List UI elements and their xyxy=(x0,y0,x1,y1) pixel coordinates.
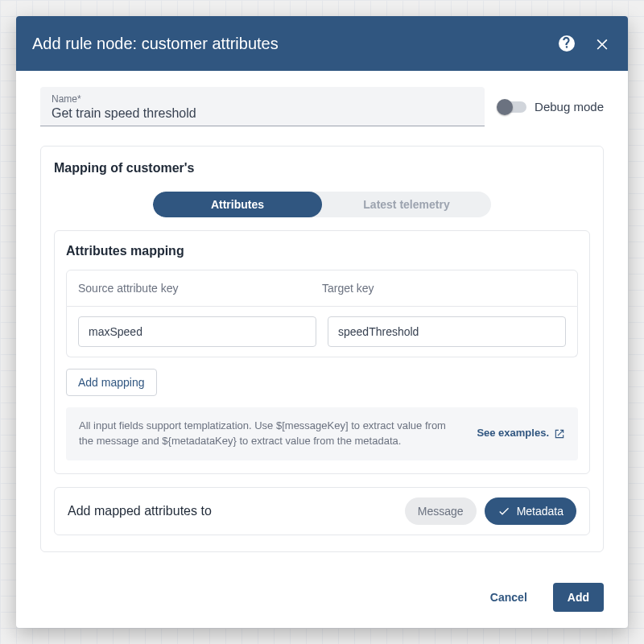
destination-panel: Add mapped attributes to Message Metadat… xyxy=(54,487,590,535)
add-rule-node-dialog: Add rule node: customer attributes Name*… xyxy=(16,16,628,628)
see-examples-label: See examples. xyxy=(477,426,549,441)
mapping-row xyxy=(66,307,578,357)
debug-label: Debug mode xyxy=(535,100,604,114)
dialog-title: Add rule node: customer attributes xyxy=(32,35,279,53)
hint-text: All input fields support templatization.… xyxy=(79,419,460,449)
pill-metadata[interactable]: Metadata xyxy=(485,497,576,525)
dialog-footer: Cancel Add xyxy=(16,568,628,628)
mapping-type-segmented: Attributes Latest telemetry xyxy=(153,192,491,217)
destination-pill-group: Message Metadata xyxy=(405,497,576,525)
segment-attributes[interactable]: Attributes xyxy=(153,192,322,217)
destination-label: Add mapped attributes to xyxy=(68,504,212,518)
templatization-hint: All input fields support templatization.… xyxy=(66,407,578,460)
attributes-mapping-panel: Attributes mapping Source attribute key … xyxy=(54,230,590,474)
mapping-section-title: Mapping of customer's xyxy=(54,161,590,175)
pill-message[interactable]: Message xyxy=(405,497,477,525)
attributes-mapping-title: Attributes mapping xyxy=(66,244,578,258)
source-attribute-input[interactable] xyxy=(78,316,316,347)
cancel-button[interactable]: Cancel xyxy=(479,583,539,612)
check-icon xyxy=(497,505,510,518)
name-label: Name* xyxy=(52,93,473,105)
dialog-body: Name* Get train speed threshold Debug mo… xyxy=(16,71,628,568)
dialog-header: Add rule node: customer attributes xyxy=(16,16,628,71)
col-target: Target key xyxy=(322,282,566,295)
col-source: Source attribute key xyxy=(78,282,322,295)
target-key-input[interactable] xyxy=(328,316,566,347)
mapping-columns-header: Source attribute key Target key xyxy=(66,270,578,307)
debug-toggle[interactable] xyxy=(499,101,526,113)
name-value: Get train speed threshold xyxy=(52,105,473,121)
see-examples-link[interactable]: See examples. xyxy=(477,426,565,441)
pill-metadata-label: Metadata xyxy=(517,505,564,518)
mapping-panel: Mapping of customer's Attributes Latest … xyxy=(40,146,604,552)
external-link-icon xyxy=(554,428,565,440)
segment-latest-telemetry[interactable]: Latest telemetry xyxy=(322,192,491,217)
add-mapping-button[interactable]: Add mapping xyxy=(66,369,157,396)
dialog-header-actions xyxy=(557,34,612,53)
add-button[interactable]: Add xyxy=(553,583,604,612)
name-field[interactable]: Name* Get train speed threshold xyxy=(40,87,485,126)
close-icon[interactable] xyxy=(592,34,612,53)
help-icon[interactable] xyxy=(557,34,576,53)
